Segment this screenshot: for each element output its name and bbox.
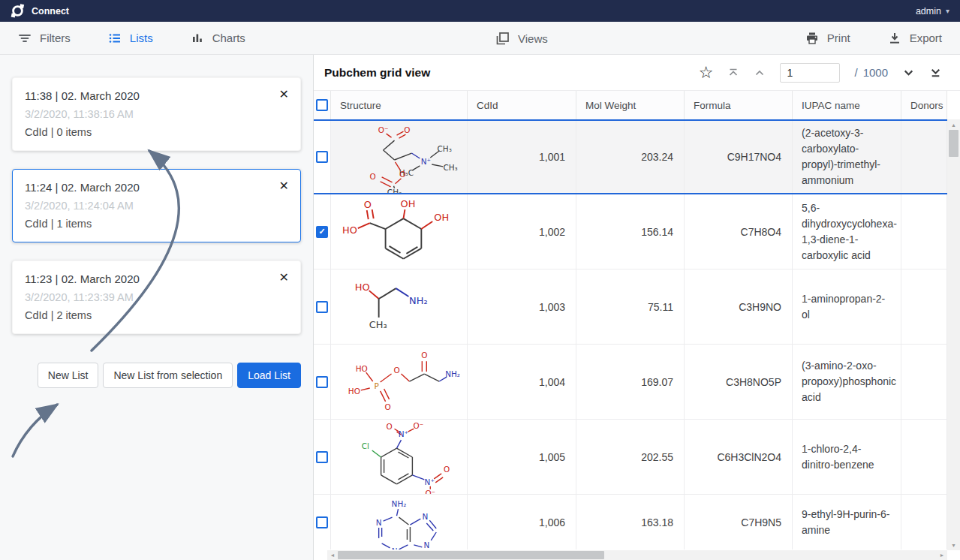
select-all-checkbox[interactable] [316,99,328,111]
first-page-icon[interactable] [727,67,739,79]
donors-cell [901,420,947,494]
row-checkbox[interactable] [316,516,328,528]
scroll-right-icon[interactable]: ► [937,552,947,558]
column-header-cdid[interactable]: CdId [468,91,576,119]
column-header-iupac-name[interactable]: IUPAC name [793,91,901,119]
structure-cell: HOHOPOOONH₂ [331,345,468,419]
cdid-cell: 1,005 [468,420,576,494]
cdid-cell: 1,006 [468,495,576,549]
toolbar-export-label: Export [910,32,942,44]
svg-text:O: O [386,422,392,431]
close-icon[interactable]: ✕ [279,270,289,285]
mol-weight-cell: 163.18 [576,495,685,549]
donors-cell [901,495,947,549]
table-row[interactable]: NH₂NNNN1,006163.18C7H9N59-ethyl-9H-purin… [314,495,947,549]
next-page-icon[interactable] [902,66,915,79]
row-checkbox[interactable] [316,376,328,388]
svg-text:OH: OH [400,197,415,209]
column-header-donors[interactable]: Donors [901,91,947,119]
close-icon[interactable]: ✕ [279,179,289,193]
column-header-structure[interactable]: Structure [331,91,468,119]
svg-text:NH₂: NH₂ [445,369,460,378]
list-card-2[interactable]: 11:23 | 02. March 2020✕3/2/2020, 11:23:3… [12,260,301,334]
formula-cell: C7H9N5 [685,495,793,549]
new-list-button[interactable]: New List [38,363,99,388]
svg-text:N: N [392,546,398,549]
toolbar-export[interactable]: Export [888,32,942,45]
toolbar-filters-label: Filters [40,32,71,44]
row-checkbox[interactable] [316,151,328,163]
scroll-up-icon[interactable]: ▲ [951,119,956,130]
row-checkbox[interactable] [316,226,328,238]
close-icon[interactable]: ✕ [279,87,289,101]
main-toolbar: Filters Lists Charts Views [0,22,960,55]
toolbar-charts[interactable]: Charts [191,32,245,45]
column-header-formula[interactable]: Formula [685,91,793,119]
last-page-icon[interactable] [929,66,942,79]
row-select-cell [314,495,331,549]
vertical-scrollbar[interactable]: ▲ ▼ [947,119,960,550]
list-card-timestamp: 3/2/2020, 11:38:16 AM [25,105,288,123]
svg-text:HO: HO [355,281,370,292]
page-number-input[interactable] [780,63,840,83]
svg-text:O: O [399,170,405,179]
grid-title: Pubchem grid view [324,66,430,80]
list-cards: 11:38 | 02. March 2020✕3/2/2020, 11:38:1… [0,55,313,334]
list-card-0[interactable]: 11:38 | 02. March 2020✕3/2/2020, 11:38:1… [12,77,301,151]
svg-text:CH₃: CH₃ [387,188,402,193]
previous-page-icon[interactable] [754,67,766,79]
toolbar-print[interactable]: Print [805,32,850,45]
list-card-title: 11:24 | 02. March 2020 [25,179,288,197]
column-header-mol-weight[interactable]: Mol Weight [576,91,685,119]
download-icon [888,32,901,45]
svg-text:O: O [404,125,410,134]
lists-panel: 11:38 | 02. March 2020✕3/2/2020, 11:38:1… [0,55,314,560]
svg-text:CH₃: CH₃ [369,319,387,330]
row-checkbox[interactable] [316,451,328,463]
select-all-cell [314,91,331,119]
vertical-scroll-thumb[interactable] [949,130,958,157]
mol-weight-cell: 75.11 [576,269,685,344]
print-icon [805,32,819,45]
svg-text:N⁺: N⁺ [421,157,431,166]
user-menu[interactable]: admin ▾ [916,6,949,17]
svg-text:OH: OH [434,211,449,222]
app-title: Connect [32,6,69,17]
row-select-cell [314,420,331,494]
table-row[interactable]: HOHOPOOONH₂1,004169.07C3H8NO5P(3-amino-2… [314,345,947,420]
formula-cell: C7H8O4 [685,194,793,269]
table-header-row: StructureCdIdMol WeightFormulaIUPAC name… [314,91,947,119]
svg-text:O⁻: O⁻ [425,488,435,494]
svg-text:N: N [376,518,382,527]
row-checkbox[interactable] [316,301,328,313]
mol-weight-cell: 169.07 [576,345,685,419]
toolbar-filters[interactable]: Filters [18,32,71,45]
formula-cell: C3H8NO5P [685,345,793,419]
scroll-down-icon[interactable]: ▼ [951,540,956,550]
table-row[interactable]: ClN⁺OO⁻N⁺OO⁻1,005202.55C6H3ClN2O41-chlor… [314,420,947,495]
structure-cell: O⁻ON⁺CH₃CH₃H₃COOCH₃ [331,121,468,193]
toolbar-views[interactable]: Views [495,32,548,46]
svg-text:HO: HO [348,386,360,395]
toolbar-lists[interactable]: Lists [108,32,153,45]
horizontal-scrollbar[interactable]: ◄ ► [327,550,947,560]
new-list-from-selection-button[interactable]: New List from selection [103,363,233,388]
cdid-cell: 1,001 [468,121,576,193]
table-row[interactable]: O⁻ON⁺CH₃CH₃H₃COOCH₃1,001203.24C9H17NO4(2… [314,119,947,194]
horizontal-scroll-thumb[interactable] [338,551,604,559]
table-row[interactable]: OHOOHOH1,002156.14C7H8O45,6-dihydroxycyc… [314,194,947,269]
list-card-meta: CdId | 0 items [25,123,288,141]
row-select-cell [314,121,331,193]
cdid-cell: 1,004 [468,345,576,419]
table-row[interactable]: HONH₂CH₃1,00375.11C3H9NO1-aminopropan-2-… [314,269,947,345]
page-separator: / [854,66,857,79]
structure-cell: ClN⁺OO⁻N⁺OO⁻ [331,420,468,494]
scroll-left-icon[interactable]: ◄ [327,552,338,558]
list-actions: New List New List from selection Load Li… [12,363,301,388]
load-list-button[interactable]: Load List [237,363,301,388]
favorite-star-icon[interactable]: ☆ [699,65,714,81]
list-card-1[interactable]: 11:24 | 02. March 2020✕3/2/2020, 11:24:0… [12,169,301,242]
svg-text:O: O [370,172,376,181]
row-select-cell [314,269,331,344]
views-icon [495,32,510,46]
